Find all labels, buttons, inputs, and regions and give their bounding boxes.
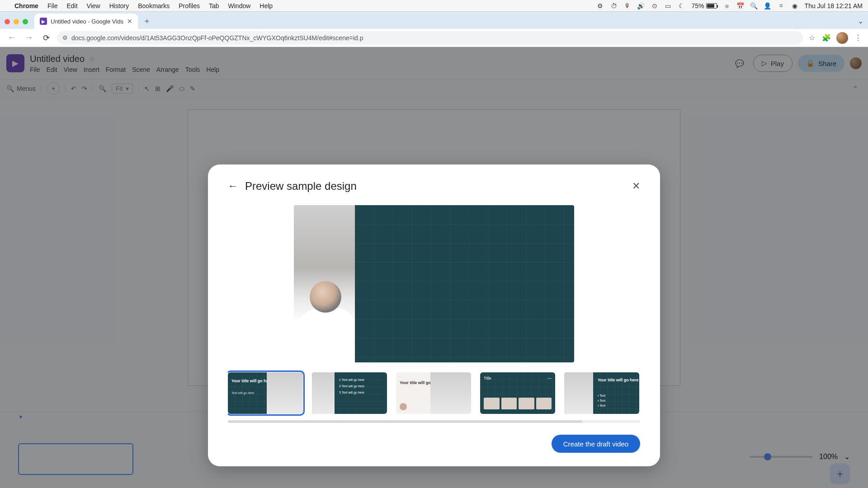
macos-menu-history[interactable]: History (109, 2, 129, 9)
chrome-profile-avatar[interactable] (836, 32, 848, 44)
thumbnail-scrollbar[interactable] (228, 420, 640, 423)
url-text: docs.google.com/videos/d/1At53AGG3OnzQpF… (71, 34, 363, 42)
macos-menu-edit[interactable]: Edit (66, 2, 77, 9)
reload-button[interactable]: ⟳ (40, 32, 52, 44)
window-minimize-button[interactable] (14, 19, 19, 24)
google-vids-app: ▶ Untitled video ☆ File Edit View Insert… (0, 47, 868, 488)
modal-title: Preview sample design (245, 180, 357, 192)
window-controls (5, 19, 28, 24)
design-thumb-1[interactable]: Your title will go here Text will go her… (228, 372, 303, 414)
design-thumb-3[interactable]: Your title will go here (396, 372, 471, 414)
battery-pct: 75% (692, 2, 704, 9)
window-zoom-button[interactable] (23, 19, 28, 24)
chrome-menu-icon[interactable]: ⋮ (854, 33, 863, 42)
window-close-button[interactable] (5, 19, 10, 24)
thumb-title: Your title will go here (231, 379, 272, 384)
date-statusicon[interactable]: 📅 (737, 2, 744, 9)
spotlight-icon[interactable]: 🔍 (750, 2, 758, 9)
settings-statusicon[interactable]: ⚙ (597, 2, 604, 9)
chrome-toolbar: ← → ⟳ ⚙ docs.google.com/videos/d/1At53AG… (0, 29, 868, 47)
macos-menu-profiles[interactable]: Profiles (179, 2, 200, 9)
wifi-statusicon[interactable]: ⨳ (723, 2, 731, 9)
thumb-bullets: • Text • Text • Text (598, 393, 605, 408)
thumb-list: 1 Text will go here 2 Text will go here … (339, 377, 364, 396)
address-bar[interactable]: ⚙ docs.google.com/videos/d/1At53AGG3OnzQ… (57, 31, 803, 45)
active-app-name[interactable]: Chrome (14, 2, 38, 9)
thumb-title: Your title will go here (598, 378, 638, 383)
modal-close-button[interactable]: ✕ (632, 180, 640, 192)
nav-back-button[interactable]: ← (5, 32, 18, 44)
clock[interactable]: Thu Jul 18 12:21 AM (805, 2, 863, 9)
macos-menu-file[interactable]: File (47, 2, 58, 9)
sound-statusicon[interactable]: 🔊 (637, 2, 645, 9)
macos-menubar: Chrome File Edit View History Bookmarks … (0, 0, 868, 12)
macos-menu-view[interactable]: View (87, 2, 100, 9)
tab-title: Untitled video - Google Vids (51, 18, 123, 25)
user-statusicon[interactable]: 👤 (764, 2, 771, 9)
preview-grid-panel (355, 205, 574, 362)
dnd-statusicon[interactable]: ☾ (678, 2, 685, 9)
tab-close-icon[interactable]: ✕ (127, 18, 132, 25)
thumb-subtitle: Text will go here (231, 391, 254, 394)
design-thumbnail-row: Your title will go here Text will go her… (228, 371, 640, 416)
macos-menu-help[interactable]: Help (259, 2, 273, 9)
chrome-tabstrip: ▶ Untitled video - Google Vids ✕ ＋ ⌄ (0, 12, 868, 29)
control-center-icon[interactable]: ⌗ (778, 2, 785, 9)
extensions-icon[interactable]: 🧩 (822, 33, 831, 42)
bookmark-star-icon[interactable]: ☆ (807, 33, 816, 42)
macos-menu-tab[interactable]: Tab (209, 2, 219, 9)
browser-tab[interactable]: ▶ Untitled video - Google Vids ✕ (34, 14, 138, 29)
design-thumb-4[interactable]: Title— (480, 372, 555, 414)
thumb-title: Title (484, 376, 491, 380)
new-tab-button[interactable]: ＋ (141, 14, 153, 27)
macos-menu-window[interactable]: Window (228, 2, 251, 9)
modal-back-button[interactable]: ← (228, 180, 238, 192)
tab-list-button[interactable]: ⌄ (858, 17, 863, 25)
site-settings-icon[interactable]: ⚙ (62, 34, 68, 41)
thumb-avatar-icon (400, 403, 407, 410)
mic-statusicon[interactable]: 🎙 (624, 2, 631, 9)
tab-favicon: ▶ (40, 18, 47, 25)
macos-menu-bookmarks[interactable]: Bookmarks (138, 2, 170, 9)
design-preview-stage (294, 205, 574, 362)
nav-forward-button: → (23, 32, 35, 44)
timer-statusicon[interactable]: ⏱ (610, 2, 618, 9)
battery-status[interactable]: 75% (692, 2, 717, 9)
preview-design-modal: ← Preview sample design ✕ Your title wil… (208, 164, 660, 466)
display-statusicon[interactable]: ▭ (665, 2, 672, 9)
create-draft-video-button[interactable]: Create the draft video (552, 435, 640, 453)
design-thumb-2[interactable]: 1 Text will go here 2 Text will go here … (312, 372, 387, 414)
play-statusicon[interactable]: ⊙ (651, 2, 658, 9)
preview-person-image (294, 205, 355, 362)
siri-icon[interactable]: ◉ (791, 2, 798, 9)
design-thumb-5[interactable]: Your title will go here • Text • Text • … (564, 372, 639, 414)
